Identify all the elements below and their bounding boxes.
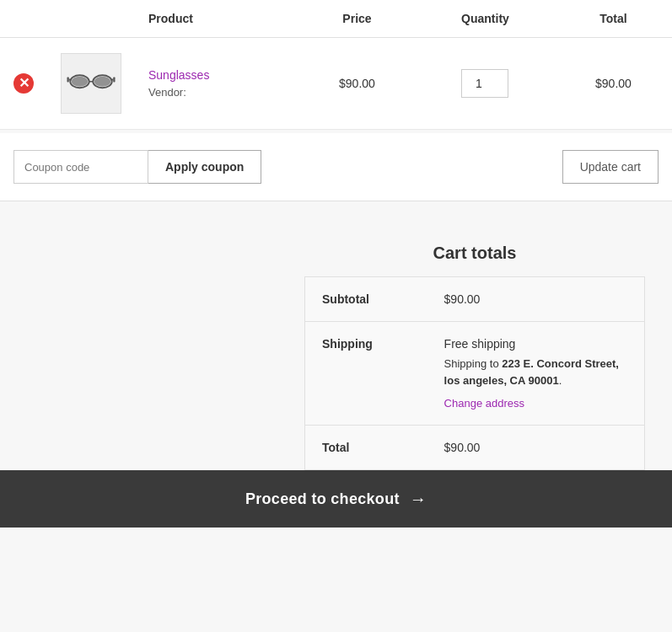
remove-cell: ✕ xyxy=(0,38,47,130)
table-row: ✕ xyxy=(0,38,672,130)
product-price: $90.00 xyxy=(339,77,375,90)
change-address-link[interactable]: Change address xyxy=(444,397,627,410)
svg-line-7 xyxy=(69,79,71,81)
cart-actions: Apply coupon Update cart xyxy=(0,133,672,201)
apply-coupon-button[interactable]: Apply coupon xyxy=(148,150,261,184)
col-header-quantity: Quantity xyxy=(416,0,555,38)
product-price-cell: $90.00 xyxy=(298,38,416,130)
product-image-cell xyxy=(47,38,135,130)
product-quantity-cell xyxy=(416,38,555,130)
arrow-icon: → xyxy=(410,490,427,509)
bottom-half: Cart totals Subtotal $90.00 Shipping Fre… xyxy=(0,201,672,470)
cart-table: Product Price Quantity Total ✕ xyxy=(0,0,672,130)
svg-point-6 xyxy=(94,77,111,87)
col-header-product: Product xyxy=(135,0,298,38)
col-header-price: Price xyxy=(298,0,416,38)
subtotal-value: $90.00 xyxy=(427,277,645,322)
remove-icon: ✕ xyxy=(13,73,34,94)
product-total-cell: $90.00 xyxy=(555,38,672,130)
product-name-cell: Sunglasses Vendor: xyxy=(135,38,298,130)
quantity-input[interactable] xyxy=(461,69,508,98)
remove-item-button[interactable]: ✕ xyxy=(13,73,34,94)
shipping-label: Shipping xyxy=(305,322,427,426)
total-value: $90.00 xyxy=(427,426,645,470)
cart-totals-section: Cart totals Subtotal $90.00 Shipping Fre… xyxy=(304,244,659,470)
total-row: Total $90.00 xyxy=(305,426,645,470)
checkout-section: Proceed to checkout → xyxy=(0,470,672,528)
shipping-cell: Free shipping Shipping to 223 E. Concord… xyxy=(427,322,645,426)
sunglasses-svg xyxy=(66,67,116,100)
svg-rect-1 xyxy=(113,78,115,83)
product-vendor: Vendor: xyxy=(148,86,186,99)
coupon-input[interactable] xyxy=(13,150,148,184)
proceed-to-checkout-button[interactable]: Proceed to checkout → xyxy=(0,470,672,528)
coupon-form: Apply coupon xyxy=(13,150,261,184)
subtotal-label: Subtotal xyxy=(305,277,427,322)
checkout-button-label: Proceed to checkout xyxy=(245,490,400,508)
svg-line-8 xyxy=(112,79,114,81)
page-wrapper: Product Price Quantity Total ✕ xyxy=(0,0,672,632)
shipping-row: Shipping Free shipping Shipping to 223 E… xyxy=(305,322,645,426)
svg-point-5 xyxy=(72,77,89,87)
product-total: $90.00 xyxy=(595,77,632,90)
shipping-to-text: Shipping to xyxy=(444,357,499,370)
cart-totals-title: Cart totals xyxy=(304,244,645,263)
col-header-remove xyxy=(0,0,47,38)
svg-rect-0 xyxy=(67,78,69,83)
product-image xyxy=(61,53,121,114)
cart-main-content: Product Price Quantity Total ✕ xyxy=(0,0,672,528)
cart-totals-table: Subtotal $90.00 Shipping Free shipping S… xyxy=(304,276,645,470)
update-cart-button[interactable]: Update cart xyxy=(562,150,659,184)
col-header-total: Total xyxy=(555,0,672,38)
col-header-image xyxy=(47,0,135,38)
shipping-period: . xyxy=(559,374,562,387)
shipping-address-block: Shipping to 223 E. Concord Street, los a… xyxy=(444,356,627,388)
product-name-link[interactable]: Sunglasses xyxy=(148,68,285,82)
subtotal-row: Subtotal $90.00 xyxy=(305,277,645,322)
total-label: Total xyxy=(305,426,427,470)
shipping-method: Free shipping xyxy=(444,337,516,351)
